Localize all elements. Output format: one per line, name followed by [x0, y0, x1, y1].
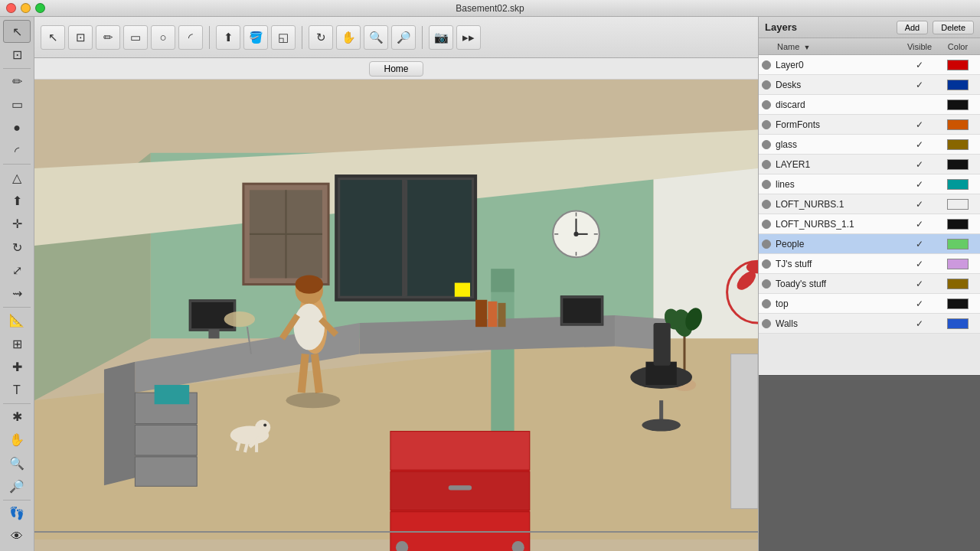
tool-zoom[interactable]: 🔍	[3, 452, 31, 474]
viewport[interactable]	[34, 80, 758, 551]
close-button[interactable]	[6, 3, 16, 13]
layer-name: LOFT_NURBS_1.1	[776, 219, 900, 230]
svg-rect-12	[340, 180, 402, 296]
layer-visible-checkbox[interactable]: ✓	[900, 179, 939, 190]
layer-color-swatch[interactable]	[939, 159, 977, 170]
tb-more[interactable]: ▸▸	[456, 25, 481, 50]
layer-row[interactable]: FormFonts✓	[759, 115, 980, 135]
layer-color-swatch[interactable]	[939, 119, 977, 130]
tb-rectangle[interactable]: ▭	[123, 25, 148, 50]
tool-component[interactable]: ⊡	[3, 43, 31, 66]
layer-visible-checkbox[interactable]: ✓	[900, 119, 939, 130]
layer-dot	[762, 120, 771, 129]
tb-select[interactable]: ↖	[41, 25, 65, 50]
tool-circle[interactable]: ●	[3, 116, 31, 139]
tb-eraser[interactable]: ◱	[271, 25, 296, 50]
tool-select[interactable]: ↖	[3, 20, 31, 43]
layer-color-swatch[interactable]	[939, 219, 977, 230]
tool-push-pull[interactable]: ⬆	[3, 190, 31, 213]
tool-zoom-ext[interactable]: 🔎	[3, 474, 31, 497]
tool-rotate[interactable]: ↻	[3, 236, 31, 259]
layer-color-swatch[interactable]	[939, 239, 977, 249]
svg-marker-24	[104, 362, 135, 486]
layer-row[interactable]: LOFT_NURBS_1.1✓	[759, 214, 980, 234]
tb-orbit[interactable]: ↻	[309, 25, 333, 50]
layer-visible-checkbox[interactable]: ✓	[900, 259, 939, 269]
layer-row[interactable]: People✓	[759, 234, 980, 254]
layer-visible-checkbox[interactable]: ✓	[900, 60, 939, 70]
tool-scale[interactable]: ⤢	[3, 259, 31, 282]
tb-pan[interactable]: ✋	[336, 25, 361, 50]
layer-row[interactable]: Toady's stuff✓	[759, 274, 980, 294]
layer-visible-checkbox[interactable]: ✓	[900, 219, 939, 230]
tool-pencil[interactable]: ✏	[3, 70, 31, 93]
layer-color-swatch[interactable]	[939, 60, 977, 70]
layer-color-swatch[interactable]	[939, 259, 977, 269]
svg-rect-35	[563, 298, 601, 323]
svg-rect-60	[390, 432, 530, 471]
layer-color-swatch[interactable]	[939, 279, 977, 289]
tool-move[interactable]: ✛	[3, 213, 31, 236]
tb-camera[interactable]: 📷	[429, 25, 453, 50]
layer-row[interactable]: LAYER1✓	[759, 155, 980, 174]
layer-row[interactable]: TJ's stuff✓	[759, 254, 980, 274]
layer-color-swatch[interactable]	[939, 199, 977, 210]
layer-name: Toady's stuff	[776, 279, 900, 289]
layer-name: lines	[776, 179, 900, 190]
tool-walk[interactable]: 👣	[3, 501, 31, 524]
layer-row[interactable]: discard	[759, 95, 980, 115]
layer-visible-checkbox[interactable]: ✓	[900, 239, 939, 249]
tb-paint[interactable]: 🪣	[243, 25, 268, 50]
layer-visible-checkbox[interactable]: ✓	[900, 279, 939, 289]
minimize-button[interactable]	[21, 3, 31, 13]
tb-circle[interactable]: ○	[151, 25, 175, 50]
layer-visible-checkbox[interactable]: ✓	[900, 318, 939, 329]
layer-row[interactable]: Walls✓	[759, 314, 980, 334]
layer-name: Walls	[776, 318, 900, 329]
tool-tape[interactable]: 📐	[3, 309, 31, 332]
layer-visible-checkbox[interactable]: ✓	[900, 159, 939, 170]
layer-color-swatch[interactable]	[939, 80, 977, 90]
layer-row[interactable]: Layer0✓	[759, 55, 980, 75]
layer-row[interactable]: LOFT_NURBS.1✓	[759, 194, 980, 214]
tb-component[interactable]: ⊡	[68, 25, 93, 50]
tb-arc[interactable]: ◜	[178, 25, 203, 50]
layer-row[interactable]: glass✓	[759, 135, 980, 155]
tool-axes[interactable]: ✚	[3, 355, 31, 378]
tb-push-pull[interactable]: ⬆	[216, 25, 240, 50]
delete-layer-button[interactable]: Delete	[933, 21, 974, 34]
layer-visible-checkbox[interactable]: ✓	[900, 80, 939, 90]
add-layer-button[interactable]: Add	[897, 21, 929, 34]
layer-color-swatch[interactable]	[939, 99, 977, 110]
layer-color-swatch[interactable]	[939, 318, 977, 329]
tool-look-around[interactable]: 👁	[3, 525, 31, 548]
svg-point-79	[642, 419, 681, 431]
layer-visible-checkbox[interactable]: ✓	[900, 199, 939, 210]
tool-text[interactable]: T	[3, 378, 31, 401]
layer-color-swatch[interactable]	[939, 298, 977, 309]
layer-color-swatch[interactable]	[939, 179, 977, 190]
tb-zoom[interactable]: 🔍	[364, 25, 388, 50]
layer-row[interactable]: top✓	[759, 294, 980, 314]
tool-follow-me[interactable]: ⇝	[3, 282, 31, 305]
tool-rectangle[interactable]: ▭	[3, 93, 31, 116]
tb-pencil[interactable]: ✏	[96, 25, 120, 50]
tool-arc[interactable]: ◜	[3, 139, 31, 162]
layer-color-swatch[interactable]	[939, 139, 977, 150]
layer-visible-checkbox[interactable]: ✓	[900, 298, 939, 309]
layer-row[interactable]: lines✓	[759, 174, 980, 194]
tool-3d[interactable]: △	[3, 166, 31, 189]
col-name-label: Name ▼	[762, 42, 900, 51]
layer-name: People	[776, 239, 900, 249]
layer-visible-checkbox[interactable]: ✓	[900, 139, 939, 150]
tb-zoom-ext[interactable]: 🔎	[391, 25, 416, 50]
tool-orbit[interactable]: ✱	[3, 406, 31, 429]
tool-pan[interactable]: ✋	[3, 429, 31, 452]
layer-row[interactable]: Desks✓	[759, 75, 980, 95]
home-button[interactable]: Home	[369, 61, 423, 77]
maximize-button[interactable]	[35, 3, 45, 13]
svg-line-50	[315, 354, 319, 393]
svg-rect-30	[135, 457, 197, 486]
tool-dimension[interactable]: ⊞	[3, 332, 31, 355]
layer-dot	[762, 220, 771, 229]
